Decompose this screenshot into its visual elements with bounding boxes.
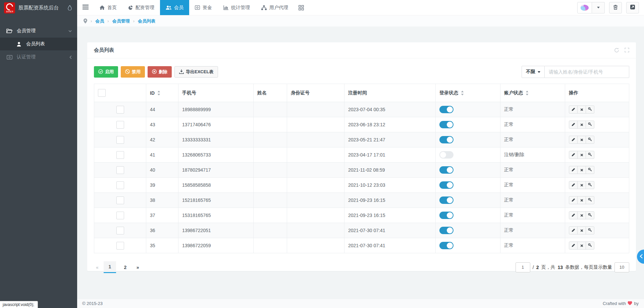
- row-checkbox[interactable]: [116, 121, 124, 129]
- sidebar-toggle-button[interactable]: [77, 0, 94, 15]
- avatar-button[interactable]: [577, 2, 592, 13]
- row-checkbox[interactable]: [116, 151, 124, 159]
- breadcrumb-link[interactable]: 会员: [95, 18, 104, 24]
- login-toggle[interactable]: [439, 181, 453, 189]
- reset-password-button[interactable]: [586, 151, 594, 159]
- cell-checkbox: [94, 132, 146, 147]
- column-header-account_status[interactable]: 账户状态: [500, 84, 565, 102]
- disable-button[interactable]: 禁用: [121, 66, 145, 78]
- search-type-dropdown[interactable]: 不限: [522, 66, 545, 78]
- select-all-checkbox[interactable]: [98, 89, 106, 97]
- nav-item-3[interactable]: 资金: [189, 0, 218, 15]
- login-toggle[interactable]: [439, 196, 453, 204]
- fullscreen-button[interactable]: [626, 2, 639, 13]
- reset-password-button[interactable]: [586, 121, 594, 129]
- sidebar-item-1[interactable]: 会员列表: [0, 38, 77, 50]
- edit-button[interactable]: [569, 181, 578, 189]
- reset-password-button[interactable]: [586, 211, 594, 219]
- search-input[interactable]: [545, 66, 629, 78]
- nav-item-0[interactable]: 首页: [94, 0, 122, 15]
- key-icon: [588, 213, 592, 218]
- pager-next[interactable]: »: [135, 265, 141, 270]
- row-checkbox[interactable]: [116, 212, 124, 219]
- reset-password-button[interactable]: [586, 181, 594, 189]
- reset-password-button[interactable]: [586, 136, 594, 144]
- sort-icon[interactable]: [461, 91, 464, 95]
- page-size-input[interactable]: [614, 262, 629, 272]
- reset-password-button[interactable]: [586, 105, 594, 114]
- delete-row-button[interactable]: [577, 166, 586, 174]
- nav-item-2[interactable]: 会员: [160, 0, 189, 15]
- column-header-login_status[interactable]: 登录状态: [436, 84, 500, 102]
- edit-button[interactable]: [569, 196, 578, 204]
- row-checkbox[interactable]: [116, 136, 124, 144]
- login-toggle[interactable]: [439, 121, 453, 128]
- pager-page-2[interactable]: 2: [119, 261, 131, 273]
- cell-actions: [565, 193, 629, 208]
- sidebar-item-2[interactable]: 认证管理: [0, 50, 77, 64]
- delete-row-button[interactable]: [577, 105, 586, 114]
- pager-page-1[interactable]: 1: [104, 261, 116, 273]
- nav-item-4[interactable]: 统计管理: [218, 0, 256, 15]
- id-card-icon: [6, 55, 12, 59]
- login-toggle[interactable]: [439, 151, 453, 159]
- delete-row-button[interactable]: [577, 151, 586, 159]
- reset-password-button[interactable]: [586, 166, 594, 174]
- breadcrumb-link[interactable]: 会员列表: [138, 18, 155, 24]
- download-icon: [179, 69, 184, 75]
- sort-icon[interactable]: [526, 91, 529, 95]
- user-menu-caret-button[interactable]: [592, 2, 605, 13]
- row-checkbox[interactable]: [116, 166, 124, 174]
- column-header-id[interactable]: ID: [146, 84, 178, 102]
- delete-row-button[interactable]: [577, 211, 586, 219]
- nav-item-1[interactable]: 配资管理: [122, 0, 160, 15]
- sidebar-item-0[interactable]: 会员管理: [0, 24, 77, 38]
- sort-icon[interactable]: [157, 91, 160, 95]
- delete-row-button[interactable]: [577, 181, 586, 189]
- edit-button[interactable]: [569, 105, 578, 114]
- login-toggle[interactable]: [439, 136, 453, 143]
- row-checkbox[interactable]: [116, 181, 124, 189]
- edit-button[interactable]: [569, 151, 578, 159]
- login-toggle[interactable]: [439, 242, 453, 249]
- delete-row-button[interactable]: [577, 226, 586, 234]
- row-checkbox[interactable]: [116, 227, 124, 234]
- edit-button[interactable]: [569, 121, 578, 129]
- export-excel-button[interactable]: 导出EXCEL表: [174, 66, 218, 78]
- reset-password-button[interactable]: [586, 241, 594, 250]
- edit-button[interactable]: [569, 136, 578, 144]
- login-toggle[interactable]: [439, 106, 453, 113]
- breadcrumb-link[interactable]: 会员管理: [112, 18, 130, 24]
- login-toggle[interactable]: [439, 212, 453, 219]
- edit-button[interactable]: [569, 226, 578, 234]
- delete-row-button[interactable]: [577, 196, 586, 204]
- refresh-icon[interactable]: [614, 48, 619, 53]
- edit-button[interactable]: [569, 211, 578, 219]
- delete-row-button[interactable]: [577, 121, 586, 129]
- export-button-label: 导出EXCEL表: [186, 69, 213, 75]
- current-page-input[interactable]: [516, 262, 530, 272]
- edit-button[interactable]: [569, 166, 578, 174]
- login-toggle[interactable]: [439, 166, 453, 174]
- reset-password-button[interactable]: [586, 226, 594, 234]
- trash-button[interactable]: [609, 2, 622, 13]
- delete-row-button[interactable]: [577, 241, 586, 250]
- expand-panel-icon[interactable]: [625, 48, 629, 53]
- pager-prev[interactable]: «: [94, 265, 101, 270]
- row-checkbox[interactable]: [116, 196, 124, 204]
- nav-item-5[interactable]: 用户代理: [256, 0, 294, 15]
- row-checkbox[interactable]: [116, 242, 124, 250]
- drop-icon[interactable]: [68, 5, 72, 10]
- brand[interactable]: 股票配资 股票配资系统后台: [0, 0, 77, 15]
- delete-button[interactable]: 删除: [148, 66, 172, 78]
- cell-login-status: [436, 132, 500, 147]
- reset-password-button[interactable]: [586, 196, 594, 204]
- delete-row-button[interactable]: [577, 136, 586, 144]
- nav-item-apps[interactable]: [294, 0, 309, 15]
- avatar: [581, 5, 589, 11]
- cell-account-status: 正常: [500, 163, 565, 178]
- edit-button[interactable]: [569, 241, 578, 250]
- enable-button[interactable]: 启用: [94, 66, 118, 78]
- login-toggle[interactable]: [439, 227, 453, 234]
- row-checkbox[interactable]: [116, 106, 124, 114]
